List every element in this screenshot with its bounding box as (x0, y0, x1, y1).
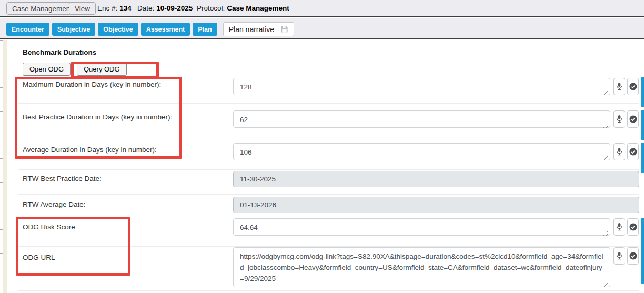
row-accent-bar (641, 143, 644, 173)
row-accent-bar (641, 218, 644, 248)
rtw-average-date-input (233, 197, 639, 213)
maximum-duration-input[interactable]: 128 (233, 78, 610, 95)
row-divider (18, 169, 639, 170)
field-label-best-practice-duration: Best Practice Duration in Days (key in n… (23, 113, 172, 121)
encounter-header-bar: Case Management View Enc #:134 Date:10-0… (0, 0, 644, 17)
field-label-odg-risk-score: ODG Risk Score (23, 223, 75, 231)
save-icon (280, 25, 288, 33)
check-circle-icon (629, 148, 637, 156)
tab-strip: Encounter Subjective Objective Assessmen… (6, 22, 294, 36)
best-practice-duration-input[interactable]: 62 (233, 110, 610, 128)
section-title: Benchmark Durations (23, 48, 96, 56)
tab-encounter[interactable]: Encounter (6, 23, 49, 36)
check-circle-icon (629, 252, 637, 260)
row-divider (18, 246, 639, 247)
confirm-button[interactable] (627, 110, 639, 128)
field-label-average-duration: Average Duration in Days (key in number)… (23, 146, 157, 154)
tab-plan[interactable]: Plan (193, 23, 217, 36)
encounter-number: Enc #:134 (97, 4, 132, 12)
protocol: Protocol:Case Management (197, 4, 289, 12)
view-button[interactable]: View (69, 2, 96, 15)
case-management-button[interactable]: Case Management (6, 2, 78, 15)
enc-label: Enc #: (97, 4, 117, 12)
section-divider (18, 57, 644, 57)
field-label-maximum-duration: Maximum Duration in Days (key in number)… (23, 80, 161, 88)
tab-assessment[interactable]: Assessment (141, 23, 190, 36)
average-duration-input[interactable]: 106 (233, 143, 610, 160)
date-label: Date: (137, 4, 154, 12)
odg-risk-score-input[interactable]: 64.64 (233, 218, 610, 236)
plan-narrative-label: Plan narrative (229, 25, 274, 34)
mic-button[interactable] (613, 247, 625, 265)
check-circle-icon (629, 115, 637, 123)
row-divider (18, 136, 639, 136)
confirm-button[interactable] (627, 247, 639, 265)
mic-button[interactable] (613, 143, 625, 160)
confirm-button[interactable] (627, 143, 639, 160)
collapsed-side-panel (3, 40, 7, 293)
confirm-button[interactable] (627, 78, 639, 95)
open-odg-button[interactable]: Open ODG (23, 63, 71, 76)
row-divider (18, 103, 639, 104)
field-label-odg-url: ODG URL (23, 254, 55, 261)
case-management-window: Case Management View Enc #:134 Date:10-0… (0, 0, 644, 293)
row-divider (18, 194, 639, 195)
row-accent-bar (641, 77, 644, 107)
mic-button[interactable] (613, 78, 625, 95)
tab-objective[interactable]: Objective (98, 23, 138, 36)
microphone-icon (616, 115, 622, 124)
odg-url-input[interactable]: https://odgbymcg.com/odg-link?tags=S82.9… (233, 247, 610, 287)
mic-button[interactable] (613, 218, 625, 236)
row-accent-bar (641, 247, 644, 284)
microphone-icon (616, 251, 622, 260)
check-circle-icon (629, 83, 637, 90)
confirm-button[interactable] (627, 218, 639, 236)
row-divider (18, 290, 639, 291)
row-divider (18, 75, 418, 75)
soap-tab-bar: Encounter Subjective Objective Assessmen… (0, 18, 644, 39)
protocol-value: Case Management (227, 4, 289, 12)
enc-value: 134 (119, 4, 132, 12)
microphone-icon (616, 147, 622, 156)
microphone-icon (616, 82, 622, 91)
field-label-rtw-best-practice-date: RTW Best Practice Date: (23, 175, 102, 183)
encounter-date: Date:10-09-2025 (137, 4, 193, 12)
plan-narrative-button[interactable]: Plan narrative (223, 22, 294, 36)
field-label-rtw-average-date: RTW Average Date: (23, 200, 86, 208)
mic-button[interactable] (613, 110, 625, 128)
row-accent-bar (641, 110, 644, 140)
row-divider (18, 215, 639, 215)
query-odg-button[interactable]: Query ODG (77, 63, 127, 76)
tab-subjective[interactable]: Subjective (52, 23, 96, 36)
microphone-icon (616, 223, 622, 231)
rtw-best-practice-date-input (233, 171, 639, 187)
date-value: 10-09-2025 (156, 4, 193, 12)
check-circle-icon (629, 223, 637, 231)
protocol-label: Protocol: (197, 4, 225, 12)
